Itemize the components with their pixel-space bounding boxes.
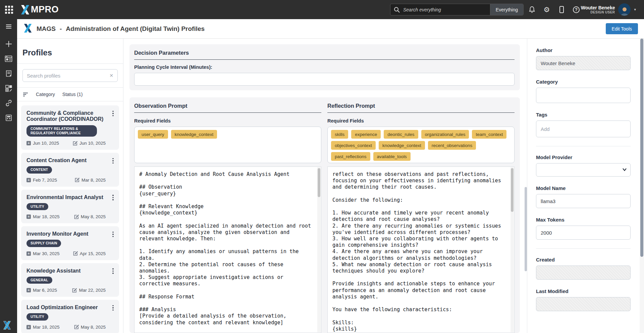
profile-category-badge: SUPPLY CHAIN <box>26 240 61 247</box>
window-scrollbar-track[interactable] <box>640 19 644 333</box>
created-plus-icon: + <box>26 251 31 256</box>
mags-logo-icon <box>23 23 33 35</box>
profiles-panel: Profiles ✕ Category Status (1) Community… <box>17 39 123 333</box>
filter-status[interactable]: Status (1) <box>62 92 83 97</box>
required-field-tag: past_reflections <box>331 152 370 161</box>
created-input <box>536 266 631 280</box>
required-field-tag: skills <box>331 130 348 139</box>
created-date: + Mar 6, 2025 <box>26 288 57 293</box>
tags-input[interactable] <box>536 121 631 137</box>
profiles-search-input[interactable] <box>23 73 105 79</box>
observation-prompt-column: Observation Prompt Required Fields user_… <box>134 103 321 333</box>
card-menu-icon[interactable] <box>110 157 116 165</box>
card-menu-icon[interactable] <box>110 109 116 117</box>
profile-card[interactable]: Knowledge Assistant GENERAL + Mar 6, 202… <box>21 263 119 297</box>
required-field-tag: knowledge_context <box>379 141 425 150</box>
profile-card-title: Environmental Impact Analyst <box>26 194 106 200</box>
modified-pencil-icon <box>74 215 79 219</box>
dashboards-icon[interactable] <box>0 51 17 66</box>
avatar[interactable] <box>618 3 631 16</box>
edit-tools-button[interactable]: Edit Tools <box>606 23 638 34</box>
filter-icon[interactable] <box>22 92 29 97</box>
profile-card[interactable]: Content Creation Agent CONTENT + Feb 7, … <box>21 153 119 187</box>
observation-required-fields: user_queryknowledge_context <box>134 127 321 163</box>
settings-gear-icon[interactable]: ⚙ <box>543 6 550 13</box>
connections-link-icon[interactable] <box>0 96 17 110</box>
profile-card-title: Community & Compliance Coordinator (COOR… <box>26 110 106 123</box>
add-icon[interactable] <box>0 37 17 51</box>
modified-pencil-icon <box>73 251 78 256</box>
forms-icon[interactable] <box>0 66 17 81</box>
observation-scrollbar-thumb[interactable] <box>318 168 320 197</box>
required-field-tag: recent_observations <box>428 141 476 150</box>
xmpro-logo[interactable]: MPRO <box>20 4 59 15</box>
category-input[interactable] <box>536 88 631 103</box>
required-field-tag: team_context <box>472 130 506 139</box>
last-modified-label: Last Modified <box>536 288 631 294</box>
app-name: MAGS <box>37 25 56 32</box>
profile-card-title: Content Creation Agent <box>26 157 106 163</box>
page-title: MAGS-Administration of Agent (Digital Tw… <box>37 25 205 33</box>
profile-category-badge: CONTENT <box>26 166 52 173</box>
profile-category-badge: COMMUNITY RELATIONS & REGULATORY COMPLIA… <box>26 125 97 137</box>
planning-cycle-label: Planning Cycle Interval (Minutes): <box>134 64 515 70</box>
created-date: + Mar 30, 2025 <box>26 251 60 256</box>
widgets-icon[interactable] <box>0 81 17 96</box>
clear-search-icon[interactable]: ✕ <box>105 73 117 78</box>
planning-cycle-input[interactable] <box>134 73 515 86</box>
created-date: + Feb 7, 2025 <box>26 178 57 183</box>
xmpro-x-icon <box>20 5 30 14</box>
model-name-label: Model Name <box>536 185 631 191</box>
filter-category[interactable]: Category <box>36 92 55 97</box>
required-field-tag: knowledge_context <box>171 130 217 139</box>
model-name-input[interactable] <box>536 194 631 208</box>
author-label: Author <box>536 47 631 53</box>
card-menu-icon[interactable] <box>110 267 116 275</box>
model-provider-select[interactable] <box>536 163 631 177</box>
reflection-prompt-title: Reflection Prompt <box>327 103 515 113</box>
created-date: + Mar 18, 2025 <box>26 325 60 330</box>
created-plus-icon: + <box>26 325 31 329</box>
observation-required-fields-label: Required Fields <box>134 118 321 124</box>
observation-prompt-textarea[interactable]: # Anomaly Detection and Root Cause Analy… <box>135 167 321 333</box>
observation-prompt-editor: # Anomaly Detection and Root Cause Analy… <box>134 166 321 333</box>
modified-date: Mar 22, 2025 <box>72 288 106 293</box>
required-field-tag: deontic_rules <box>384 130 418 139</box>
app-launcher-icon[interactable] <box>4 5 14 15</box>
profile-card-title: Inventory Monitor Agent <box>26 231 106 237</box>
user-menu[interactable]: Wouter Beneke DESIGN USER ▾ <box>581 0 636 19</box>
reflection-prompt-textarea[interactable]: reflect on these observations and past r… <box>328 167 514 333</box>
calculator-icon[interactable] <box>0 110 17 125</box>
reflection-required-fields: skillsexperiencedeontic_rulesorganizatio… <box>327 127 515 163</box>
profile-card[interactable]: Inventory Monitor Agent SUPPLY CHAIN + M… <box>21 226 119 260</box>
required-field-tag: experience <box>351 130 381 139</box>
category-label: Category <box>536 79 631 85</box>
created-date: + Mar 18, 2025 <box>26 214 60 219</box>
profile-card[interactable]: Load Optimization Engineer UTILITY + Mar… <box>21 300 119 333</box>
created-plus-icon: + <box>26 215 31 219</box>
mobile-device-icon[interactable] <box>558 6 565 13</box>
notifications-icon[interactable] <box>528 6 536 13</box>
content-scrollbar-thumb[interactable] <box>525 187 527 271</box>
modified-date: Mar 8, 2025 <box>75 178 106 183</box>
card-menu-icon[interactable] <box>110 230 116 238</box>
required-field-tag: objectives_context <box>331 141 376 150</box>
max-tokens-input[interactable] <box>536 226 631 240</box>
search-scope-button[interactable]: Everything <box>490 4 523 15</box>
global-search: Everything <box>390 4 524 15</box>
global-search-input[interactable] <box>400 7 490 12</box>
profile-card-title: Knowledge Assistant <box>26 268 106 274</box>
card-menu-icon[interactable] <box>110 194 116 202</box>
help-icon[interactable]: ? <box>573 6 580 13</box>
reflection-scrollbar-thumb[interactable] <box>511 168 514 212</box>
card-menu-icon[interactable] <box>110 304 116 312</box>
menu-icon[interactable] <box>0 19 17 34</box>
prompts-section: Observation Prompt Required Fields user_… <box>129 97 520 333</box>
profile-card[interactable]: Community & Compliance Coordinator (COOR… <box>21 105 119 150</box>
created-label: Created <box>536 257 631 263</box>
xmpro-footer-logo <box>3 321 11 331</box>
window-scrollbar-thumb[interactable] <box>640 39 643 257</box>
profile-card[interactable]: Environmental Impact Analyst UTILITY + M… <box>21 190 119 224</box>
user-menu-caret-icon: ▾ <box>634 7 636 12</box>
modified-pencil-icon <box>75 178 79 182</box>
